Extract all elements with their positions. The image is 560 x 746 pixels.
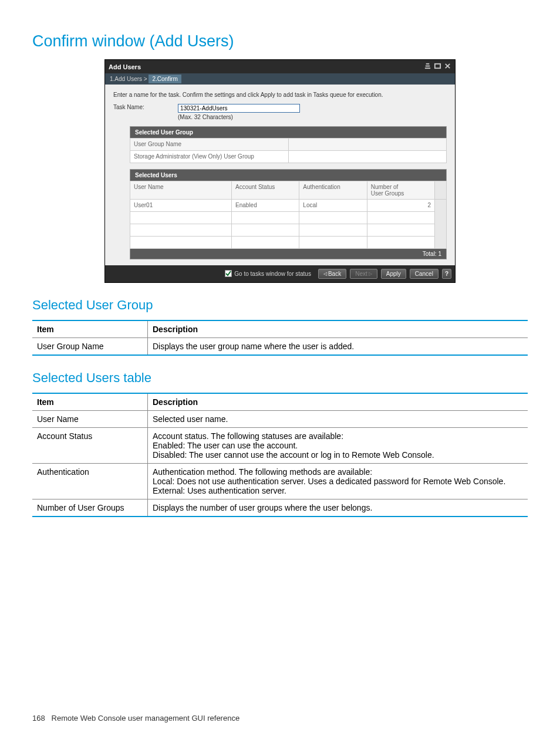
next-button: Next▷ bbox=[350, 269, 377, 279]
td-item: Authentication bbox=[32, 464, 148, 499]
cancel-button[interactable]: Cancel bbox=[410, 269, 438, 279]
table-row-status: Enabled bbox=[232, 200, 299, 212]
add-users-dialog: Add Users 1.Add Users > 2.Confirm Enter … bbox=[104, 59, 456, 283]
dialog-title: Add Users bbox=[109, 63, 141, 70]
instruction-text: Enter a name for the task. Confirm the s… bbox=[113, 92, 447, 98]
users-grid: User Name Account Status Authentication … bbox=[130, 181, 447, 249]
help-button[interactable]: ? bbox=[442, 269, 451, 279]
section-heading-users: Selected Users table bbox=[32, 370, 528, 386]
breadcrumb: 1.Add Users > 2.Confirm bbox=[105, 73, 455, 85]
td-desc: Displays the user group name where the u… bbox=[148, 338, 528, 356]
th-description: Description bbox=[148, 393, 528, 411]
go-to-tasks-label: Go to tasks window for status bbox=[234, 271, 311, 277]
task-name-label: Task Name: bbox=[113, 104, 154, 110]
users-col-auth: Authentication bbox=[299, 181, 367, 200]
td-item: Number of User Groups bbox=[32, 499, 148, 517]
table-row-groups: 2 bbox=[367, 200, 435, 212]
users-col-status: Account Status bbox=[232, 181, 299, 200]
td-item: User Group Name bbox=[32, 338, 148, 356]
ug-col-name: User Group Name bbox=[130, 139, 289, 151]
td-desc: Authentication method. The following met… bbox=[148, 464, 528, 499]
th-item: Item bbox=[32, 393, 148, 411]
td-item: Account Status bbox=[32, 428, 148, 464]
selected-users-header: Selected Users bbox=[130, 169, 447, 181]
breadcrumb-step2: 2.Confirm bbox=[149, 75, 181, 83]
section-heading-user-group: Selected User Group bbox=[32, 298, 528, 313]
users-col-groups: Number of User Groups bbox=[367, 181, 435, 200]
users-col-username: User Name bbox=[130, 181, 232, 200]
checkbox-icon[interactable] bbox=[225, 270, 232, 278]
dialog-titlebar: Add Users bbox=[105, 60, 455, 73]
ug-row-value: Storage Administrator (View Only) User G… bbox=[130, 151, 289, 163]
apply-button[interactable]: Apply bbox=[381, 269, 406, 279]
back-button[interactable]: ◁Back bbox=[318, 269, 346, 279]
page-title: Confirm window (Add Users) bbox=[32, 32, 528, 50]
table-row-auth: Local bbox=[299, 200, 367, 212]
user-group-grid: User Group Name Storage Administrator (V… bbox=[130, 138, 447, 163]
th-item: Item bbox=[32, 320, 148, 338]
td-item: User Name bbox=[32, 411, 148, 428]
task-name-input[interactable] bbox=[178, 104, 300, 113]
th-description: Description bbox=[148, 320, 528, 338]
task-name-hint: (Max. 32 Characters) bbox=[178, 114, 300, 120]
maximize-icon[interactable] bbox=[434, 62, 441, 71]
users-total: Total: 1 bbox=[130, 249, 447, 259]
breadcrumb-step1[interactable]: 1.Add Users > bbox=[110, 76, 147, 82]
close-icon[interactable] bbox=[444, 62, 451, 71]
user-group-doc-table: Item Description User Group Name Display… bbox=[32, 320, 528, 356]
td-desc: Displays the number of user groups where… bbox=[148, 499, 528, 517]
selected-user-group-header: Selected User Group bbox=[130, 126, 447, 138]
td-desc: Account status. The following statuses a… bbox=[148, 428, 528, 464]
td-desc: Selected user name. bbox=[148, 411, 528, 428]
svg-rect-3 bbox=[435, 64, 440, 68]
users-doc-table: Item Description User Name Selected user… bbox=[32, 393, 528, 517]
table-row-username: User01 bbox=[130, 200, 232, 212]
minimize-icon[interactable] bbox=[424, 62, 431, 71]
